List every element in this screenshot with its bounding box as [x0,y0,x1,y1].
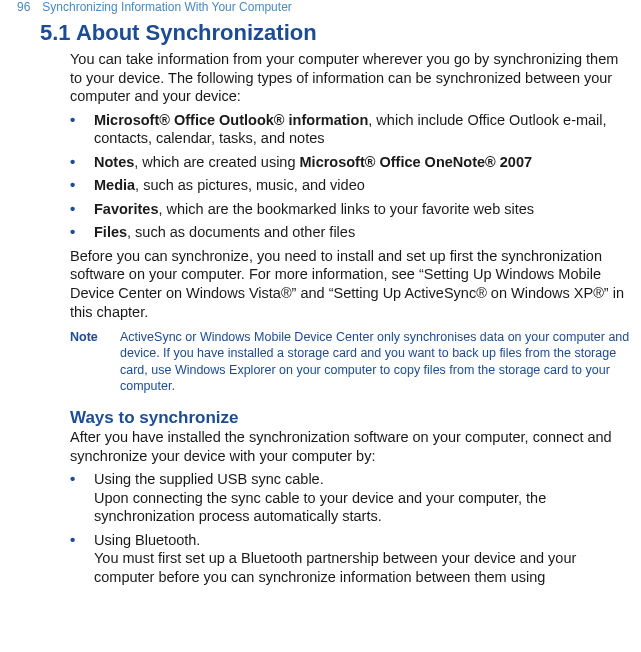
section-heading: 5.1 About Synchronization [40,20,631,46]
bold-term: Favorites [94,201,158,217]
list-rest: , such as documents and other files [127,224,355,240]
bullet-icon: • [70,176,94,195]
note-text: ActiveSync or Windows Mobile Device Cent… [120,329,631,394]
list-text: Microsoft® Office Outlook® information, … [94,111,631,148]
paragraph: Before you can synchronize, you need to … [70,247,631,321]
list-item: • Using Bluetooth. You must first set up… [70,531,631,587]
page-number: 96 [17,0,39,14]
list-line1: Using Bluetooth. [94,532,200,548]
list-text: Files, such as documents and other files [94,223,631,242]
bold-term: Notes [94,154,134,170]
page: 96 Synchronizing Information With Your C… [0,0,641,586]
list-item: • Microsoft® Office Outlook® information… [70,111,631,148]
chapter-title: Synchronizing Information With Your Comp… [42,0,291,14]
list-line2: Upon connecting the sync cable to your d… [94,490,546,525]
section-number: 5.1 [40,20,71,45]
bullet-icon: • [70,153,94,172]
note-label: Note [70,329,120,394]
bullet-icon: • [70,111,94,148]
subsection-heading: Ways to synchronize [70,408,631,428]
bullet-icon: • [70,223,94,242]
section-title: About Synchronization [76,20,317,45]
bold-term-2: Microsoft® Office OneNote® 2007 [300,154,532,170]
list-line1: Using the supplied USB sync cable. [94,471,324,487]
paragraph: After you have installed the synchroniza… [70,428,631,465]
bullet-icon: • [70,470,94,526]
bullet-list: • Microsoft® Office Outlook® information… [70,111,631,242]
list-mid: , which are created using [134,154,299,170]
list-item: • Notes, which are created using Microso… [70,153,631,172]
list-line2: You must first set up a Bluetooth partne… [94,550,576,585]
intro-paragraph: You can take information from your compu… [70,50,631,106]
list-item: • Files, such as documents and other fil… [70,223,631,242]
bullet-list-2: • Using the supplied USB sync cable. Upo… [70,470,631,586]
list-item: • Media, such as pictures, music, and vi… [70,176,631,195]
list-text: Notes, which are created using Microsoft… [94,153,631,172]
list-text: Using the supplied USB sync cable. Upon … [94,470,631,526]
list-text: Using Bluetooth. You must first set up a… [94,531,631,587]
list-item: • Using the supplied USB sync cable. Upo… [70,470,631,526]
bold-term: Microsoft® Office Outlook® information [94,112,368,128]
bold-term: Media [94,177,135,193]
bold-term: Files [94,224,127,240]
list-item: • Favorites, which are the bookmarked li… [70,200,631,219]
note-block: Note ActiveSync or Windows Mobile Device… [70,329,631,394]
list-text: Favorites, which are the bookmarked link… [94,200,631,219]
running-header: 96 Synchronizing Information With Your C… [17,0,631,14]
list-rest: , such as pictures, music, and video [135,177,365,193]
list-text: Media, such as pictures, music, and vide… [94,176,631,195]
list-rest: , which are the bookmarked links to your… [158,201,534,217]
bullet-icon: • [70,200,94,219]
bullet-icon: • [70,531,94,587]
